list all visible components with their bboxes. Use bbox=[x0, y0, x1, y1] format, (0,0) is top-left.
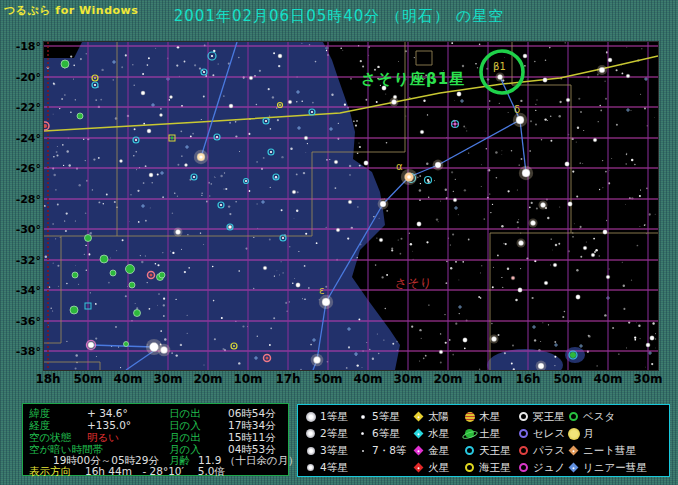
legend-item: リニアー彗星 bbox=[567, 459, 667, 476]
mars-icon bbox=[412, 461, 425, 474]
moon-age-label: 月齢 bbox=[169, 454, 190, 466]
legend-item: 水星 bbox=[412, 425, 463, 442]
cluster-marker bbox=[85, 235, 92, 242]
mercury-icon bbox=[412, 427, 425, 440]
moon-icon bbox=[567, 427, 580, 440]
legend-item: 海王星 bbox=[463, 459, 517, 476]
dec-tick-label: -26° bbox=[11, 162, 41, 175]
juno-icon bbox=[517, 461, 530, 474]
sky-state-label: 空の状態 bbox=[29, 431, 71, 443]
legend-item: 天王星 bbox=[463, 442, 517, 459]
ra-tick-label: 30m bbox=[391, 372, 425, 386]
cluster-marker bbox=[100, 255, 108, 263]
ra-tick-label: 50m bbox=[551, 372, 585, 386]
linear-icon bbox=[567, 461, 580, 474]
dec-tick-label: -24° bbox=[11, 132, 41, 145]
ra-tick-label: 50m bbox=[71, 372, 105, 386]
planetarium-app: { "app": { "name": "つるぷら for Windows", "… bbox=[0, 0, 678, 485]
moon-age-value: 11.9 （十日余の月） bbox=[198, 454, 298, 468]
ra-tick-label: 20m bbox=[431, 372, 465, 386]
sunrise-label: 日の出 bbox=[169, 407, 201, 419]
cluster-marker bbox=[159, 272, 165, 278]
legend-item-label: 火星 bbox=[428, 461, 449, 475]
ra-tick-label: 17h bbox=[271, 372, 305, 386]
legend-item-label: リニアー彗星 bbox=[583, 461, 647, 475]
legend-item: 7・8等 bbox=[356, 442, 412, 459]
legend-column: 木星土星天王星海王星 bbox=[463, 408, 517, 476]
dec-tick-label: -34° bbox=[11, 284, 41, 297]
dec-tick-label: -32° bbox=[11, 254, 41, 267]
legend-item-label: ニート彗星 bbox=[583, 444, 636, 458]
legend-column: 太陽水星金星火星 bbox=[412, 408, 463, 476]
star-chart[interactable]: β1δαεさそり座β1星さそり bbox=[44, 42, 658, 370]
legend-item: パラス bbox=[517, 442, 567, 459]
ra-tick-label: 18h bbox=[31, 372, 65, 386]
dec-tick-label: -18° bbox=[11, 40, 41, 53]
annotation-text: さそり座β1星 bbox=[361, 70, 465, 88]
vesta-icon bbox=[567, 410, 580, 423]
legend-item: 1等星 bbox=[304, 408, 356, 425]
mag-1-icon bbox=[304, 410, 317, 423]
svg-text:ε: ε bbox=[319, 285, 324, 296]
ra-tick-label: 40m bbox=[111, 372, 145, 386]
longitude-label: 経度 bbox=[29, 419, 50, 431]
legend-item: 月 bbox=[567, 425, 667, 442]
latitude-label: 緯度 bbox=[29, 407, 50, 419]
longitude-value: +135.0° bbox=[87, 419, 131, 431]
legend-item-label: 金星 bbox=[428, 444, 449, 458]
legend-column: 冥王星セレスパラスジュノ bbox=[517, 408, 567, 476]
legend-item: ベスタ bbox=[567, 408, 667, 425]
dec-tick-label: -28° bbox=[11, 193, 41, 206]
legend-item-label: 太陽 bbox=[428, 410, 449, 424]
svg-text:δ: δ bbox=[514, 104, 520, 115]
legend-item: 5等星 bbox=[356, 408, 412, 425]
dec-tick-label: -30° bbox=[11, 223, 41, 236]
legend-item-label: 土星 bbox=[479, 427, 500, 441]
ra-tick-label: 30m bbox=[631, 372, 665, 386]
sunset-label: 日の入 bbox=[169, 419, 201, 431]
legend-item-label: 天王星 bbox=[479, 444, 511, 458]
symbol-legend-panel: 1等星2等星3等星4等星5等星6等星7・8等太陽水星金星火星木星土星天王星海王星… bbox=[297, 404, 670, 477]
neat-icon bbox=[567, 444, 580, 457]
latitude-value: + 34.6° bbox=[87, 407, 128, 419]
legend-item-label: 木星 bbox=[479, 410, 500, 424]
dec-tick-label: -38° bbox=[11, 345, 41, 358]
sky-canvas[interactable]: β1δαεさそり座β1星さそり bbox=[44, 42, 658, 370]
legend-item-label: ジュノ bbox=[533, 461, 565, 475]
legend-item: 冥王星 bbox=[517, 408, 567, 425]
mag-3-icon bbox=[304, 444, 317, 457]
observation-info-panel: 緯度 + 34.6° 経度 +135.0° 空の状態 明るい 空が暗い時間帯 1… bbox=[22, 403, 289, 476]
legend-item-label: 5等星 bbox=[372, 410, 400, 424]
mag-2-icon bbox=[304, 427, 317, 440]
dec-tick-label: -20° bbox=[11, 71, 41, 84]
legend-item: 土星 bbox=[463, 425, 517, 442]
legend-item-label: 月 bbox=[583, 427, 594, 441]
legend-item: 火星 bbox=[412, 459, 463, 476]
cluster-marker bbox=[110, 270, 116, 276]
mag-4-icon bbox=[304, 461, 317, 474]
legend-item: 6等星 bbox=[356, 425, 412, 442]
legend-item-label: 水星 bbox=[428, 427, 449, 441]
mag-6-icon bbox=[356, 427, 369, 440]
saturn-icon bbox=[463, 427, 476, 440]
cluster-marker bbox=[70, 306, 78, 314]
legend-item-label: 海王星 bbox=[479, 461, 511, 475]
legend-item-label: パラス bbox=[533, 444, 565, 458]
highlight-annotation: さそり座β1星 bbox=[361, 51, 523, 93]
legend-item-label: 3等星 bbox=[320, 444, 348, 458]
legend-item: 3等星 bbox=[304, 442, 356, 459]
legend-item: 4等星 bbox=[304, 459, 356, 476]
legend-item: 2等星 bbox=[304, 425, 356, 442]
legend-item: 木星 bbox=[463, 408, 517, 425]
ra-tick-label: 30m bbox=[151, 372, 185, 386]
legend-column: ベスタ月ニート彗星リニアー彗星 bbox=[567, 408, 667, 476]
neptune-icon bbox=[463, 461, 476, 474]
cluster-marker bbox=[129, 282, 135, 288]
ra-tick-label: 16h bbox=[511, 372, 545, 386]
legend-item: セレス bbox=[517, 425, 567, 442]
mag-78-icon bbox=[356, 444, 369, 457]
jupiter-icon bbox=[463, 410, 476, 423]
legend-item: ニート彗星 bbox=[567, 442, 667, 459]
cluster-marker bbox=[77, 113, 83, 119]
cluster-marker bbox=[61, 60, 69, 68]
